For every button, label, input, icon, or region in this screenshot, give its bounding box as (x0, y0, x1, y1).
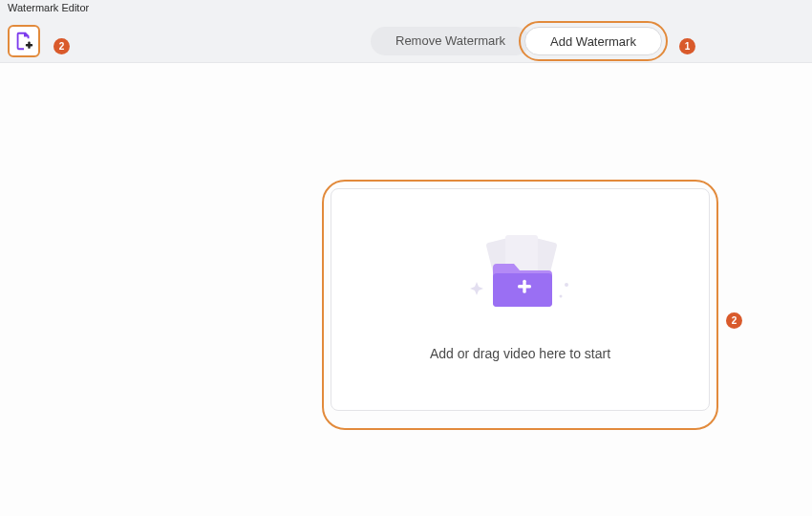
callout-badge-2a: 2 (53, 38, 70, 54)
video-drop-zone[interactable]: Add or drag video here to start (331, 188, 710, 411)
drop-zone-hint: Add or drag video here to start (430, 346, 610, 361)
callout-badge-1: 1 (679, 38, 695, 54)
watermark-mode-segment: Remove Watermark Add Watermark (371, 26, 662, 56)
window-title: Watermark Editor (8, 2, 89, 13)
callout-badge-2b: 2 (726, 312, 742, 329)
svg-rect-7 (493, 273, 552, 307)
remove-watermark-tab[interactable]: Remove Watermark (371, 27, 530, 55)
add-file-button[interactable] (8, 25, 40, 57)
drop-zone-illustration (454, 229, 588, 325)
svg-point-5 (565, 283, 568, 287)
svg-rect-1 (28, 41, 30, 48)
svg-point-6 (559, 294, 562, 297)
add-watermark-tab-wrap: Add Watermark (524, 27, 662, 55)
window-titlebar: Watermark Editor (0, 0, 812, 19)
add-file-icon (13, 31, 34, 52)
add-watermark-tab[interactable]: Add Watermark (524, 27, 662, 55)
svg-rect-9 (523, 279, 525, 292)
